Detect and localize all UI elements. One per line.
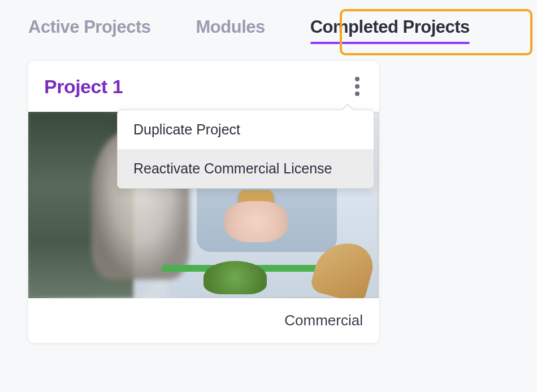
context-menu: Duplicate Project Reactivate Commercial … (117, 110, 374, 189)
tab-modules[interactable]: Modules (196, 17, 265, 44)
license-type-label: Commercial (44, 312, 363, 329)
content-area: Project 1 Commercial Duplicate Project R… (0, 44, 537, 360)
tab-completed-projects[interactable]: Completed Projects (310, 17, 470, 44)
tabs-bar: Active Projects Modules Completed Projec… (0, 0, 537, 44)
tab-active-projects[interactable]: Active Projects (28, 17, 151, 44)
card-header: Project 1 (28, 61, 379, 112)
menu-item-duplicate-project[interactable]: Duplicate Project (118, 110, 374, 149)
project-card: Project 1 Commercial Duplicate Project R… (28, 61, 379, 343)
card-footer: Commercial (28, 298, 379, 343)
project-title: Project 1 (44, 76, 123, 98)
more-vertical-icon[interactable] (352, 73, 363, 99)
menu-item-reactivate-commercial-license[interactable]: Reactivate Commercial License (118, 149, 374, 188)
